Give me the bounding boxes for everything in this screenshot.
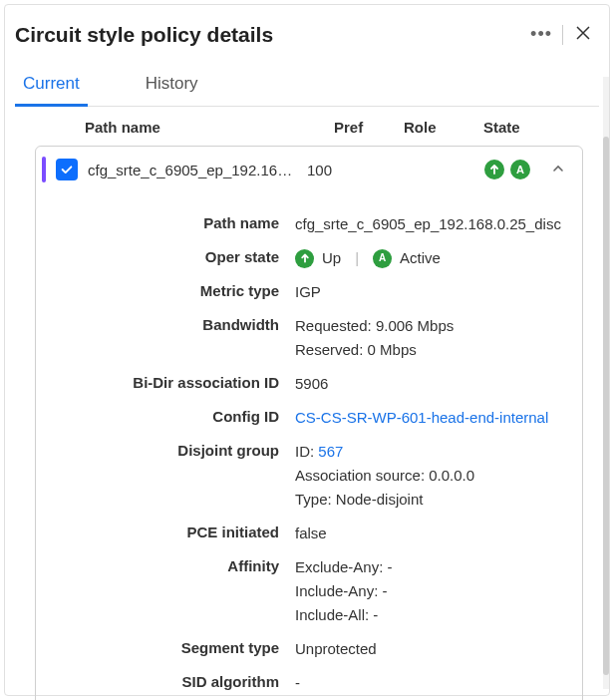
col-state: State	[483, 119, 563, 136]
active-badge-icon: A	[373, 249, 392, 268]
label-bandwidth: Bandwidth	[66, 314, 295, 337]
table-row[interactable]: cfg_srte_c_6905_ep_192.168.... 100 A	[36, 147, 582, 192]
col-role: Role	[404, 119, 483, 136]
panel-header: Circuit style policy details •••	[15, 21, 599, 64]
value-path-name: cfg_srte_c_6905_ep_192.168.0.25_disc	[295, 212, 562, 236]
disjoint-id-link[interactable]: 567	[318, 443, 343, 460]
more-icon[interactable]: •••	[530, 24, 552, 45]
affinity-include-any: Include-Any: -	[295, 579, 562, 603]
tab-history[interactable]: History	[138, 64, 206, 106]
row-badges: A	[484, 160, 530, 179]
policy-details-panel: Circuit style policy details ••• Current…	[4, 4, 610, 696]
value-oper-state: Up | A Active	[295, 246, 562, 270]
up-icon	[484, 160, 504, 179]
value-affinity: Exclude-Any: - Include-Any: - Include-Al…	[295, 555, 562, 627]
label-pce: PCE initiated	[66, 522, 295, 544]
active-icon: A	[510, 160, 530, 179]
disjoint-source: Association source: 0.0.0.0	[295, 464, 562, 488]
col-pref: Pref	[334, 119, 404, 136]
col-path: Path name	[85, 119, 334, 136]
affinity-exclude: Exclude-Any: -	[295, 555, 562, 579]
value-metric-type: IGP	[295, 280, 562, 304]
details-body: Path name cfg_srte_c_6905_ep_192.168.0.2…	[36, 192, 582, 700]
label-segment: Segment type	[66, 637, 295, 660]
value-segment: Unprotected	[295, 637, 562, 661]
oper-active-text: Active	[400, 246, 441, 270]
label-path-name: Path name	[66, 212, 295, 235]
disjoint-type: Type: Node-disjoint	[295, 488, 562, 512]
vertical-scrollbar[interactable]	[603, 77, 609, 689]
row-accent	[42, 157, 46, 182]
tabs: Current History	[15, 64, 599, 107]
config-id-link[interactable]: CS-CS-SR-WP-601-head-end-internal	[295, 409, 548, 426]
label-config-id: Config ID	[66, 406, 295, 429]
value-bidir: 5906	[295, 372, 562, 396]
label-bidir: Bi-Dir association ID	[66, 372, 295, 395]
scroll-thumb-v[interactable]	[603, 137, 609, 675]
value-sid: -	[295, 671, 562, 695]
tab-current[interactable]: Current	[15, 64, 88, 106]
affinity-include-all: Include-All: -	[295, 603, 562, 627]
separator: |	[355, 246, 359, 270]
chevron-up-icon[interactable]	[552, 163, 564, 177]
oper-up-text: Up	[322, 246, 341, 270]
row-pref: 100	[307, 162, 417, 178]
label-oper-state: Oper state	[66, 246, 295, 269]
value-bandwidth: Requested: 9.006 Mbps Reserved: 0 Mbps	[295, 314, 562, 362]
value-pce: false	[295, 522, 562, 545]
label-affinity: Affinity	[66, 555, 295, 578]
row-path-name: cfg_srte_c_6905_ep_192.168....	[88, 162, 297, 178]
table-header: Path name Pref Role State	[15, 107, 599, 146]
panel-title: Circuit style policy details	[15, 23, 273, 47]
close-icon[interactable]	[573, 21, 593, 48]
label-metric-type: Metric type	[66, 280, 295, 303]
label-sid: SID algorithm	[66, 671, 295, 694]
divider	[562, 25, 563, 45]
bandwidth-requested: Requested: 9.006 Mbps	[295, 314, 562, 338]
header-actions: •••	[530, 21, 593, 48]
value-disjoint: ID: 567 Association source: 0.0.0.0 Type…	[295, 440, 562, 512]
label-disjoint: Disjoint group	[66, 440, 295, 463]
up-badge-icon	[295, 249, 314, 268]
row-checkbox[interactable]	[56, 159, 78, 180]
bandwidth-reserved: Reserved: 0 Mbps	[295, 338, 562, 362]
path-card: cfg_srte_c_6905_ep_192.168.... 100 A Pat…	[35, 146, 583, 700]
disjoint-id-prefix: ID:	[295, 443, 318, 460]
